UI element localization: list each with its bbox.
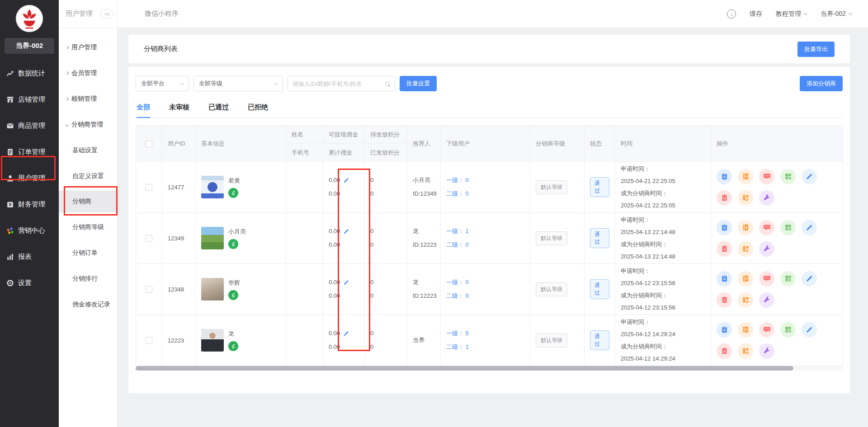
clipboard-action-icon[interactable] <box>717 169 732 184</box>
account-book-action-icon[interactable] <box>738 220 753 235</box>
level1-subordinates-link[interactable]: 一级： 1 <box>446 225 469 238</box>
platform-select[interactable]: 全部平台 <box>136 76 189 91</box>
secondary-nav: 用户管理会员管理核销管理分销商管理基础设置自定义设置分销商分销商等级分销订单分销… <box>59 28 117 317</box>
tab-未审核[interactable]: 未审核 <box>169 103 189 117</box>
wrench-action-icon[interactable] <box>759 241 774 257</box>
clipboard-action-icon[interactable] <box>717 322 732 338</box>
qrcode-action-icon[interactable] <box>780 220 796 235</box>
tab-已通过[interactable]: 已通过 <box>208 103 229 117</box>
edit-action-icon[interactable] <box>802 271 817 286</box>
subordinates-cell: 一级： 0二级： 0 <box>441 162 530 213</box>
wrench-action-icon[interactable] <box>759 292 774 308</box>
edit-commission-icon[interactable] <box>343 228 349 235</box>
row-checkbox[interactable] <box>146 337 152 344</box>
wrench-action-icon[interactable] <box>759 190 774 206</box>
submenu-item-基础设置[interactable]: 基础设置 <box>59 137 117 163</box>
transfer-action-icon[interactable] <box>738 241 753 257</box>
message-action-icon[interactable] <box>759 322 774 338</box>
grade-tag[interactable]: 默认等级 <box>536 231 567 245</box>
sidebar-collapse-button[interactable]: << <box>100 9 113 19</box>
sidebar-item-marketing[interactable]: 营销中心 <box>0 217 59 244</box>
status-tag[interactable]: 通过 <box>590 177 609 197</box>
row-checkbox[interactable] <box>146 235 152 242</box>
delete-action-icon[interactable] <box>717 292 732 308</box>
delete-action-icon[interactable] <box>717 343 732 359</box>
batch-export-button[interactable]: 批量导出 <box>797 42 835 57</box>
level-select[interactable]: 全部等级 <box>193 76 283 91</box>
grade-tag[interactable]: 默认等级 <box>536 333 567 347</box>
status-tag[interactable]: 通过 <box>590 228 609 248</box>
delete-action-icon[interactable] <box>717 241 732 257</box>
edit-commission-icon[interactable] <box>343 279 349 286</box>
qrcode-action-icon[interactable] <box>780 169 796 184</box>
submenu-item-分销商等级[interactable]: 分销商等级 <box>59 214 117 240</box>
account-book-action-icon[interactable] <box>738 169 753 184</box>
status-tag[interactable]: 通过 <box>590 279 609 299</box>
transfer-action-icon[interactable] <box>738 343 753 359</box>
grade-tag[interactable]: 默认等级 <box>536 282 567 296</box>
sidebar-item-shop[interactable]: 店铺管理 <box>0 86 59 113</box>
account-book-action-icon[interactable] <box>738 322 753 338</box>
edit-commission-icon[interactable] <box>343 177 349 183</box>
cache-button[interactable]: 缓存 <box>750 10 762 18</box>
sidebar-item-order[interactable]: 订单管理 <box>0 139 59 165</box>
submenu-item-label: 分销订单 <box>72 249 98 257</box>
submenu-item-核销管理[interactable]: 核销管理 <box>59 86 117 112</box>
submenu-item-分销订单[interactable]: 分销订单 <box>59 240 117 266</box>
clipboard-action-icon[interactable] <box>717 271 732 286</box>
qrcode-action-icon[interactable] <box>780 322 796 338</box>
tab-全部[interactable]: 全部 <box>137 103 150 117</box>
tab-已拒绝[interactable]: 已拒绝 <box>248 103 268 117</box>
submenu-item-会员管理[interactable]: 会员管理 <box>59 60 117 86</box>
submenu-item-分销商[interactable]: 分销商 <box>59 191 117 212</box>
submenu-item-佣金修改记录[interactable]: 佣金修改记录 <box>59 291 117 317</box>
search-icon[interactable] <box>385 82 389 86</box>
transfer-action-icon[interactable] <box>738 190 753 206</box>
submenu-item-自定义设置[interactable]: 自定义设置 <box>59 163 117 189</box>
level2-subordinates-link[interactable]: 二级： 0 <box>446 187 469 201</box>
sidebar-item-goods[interactable]: 商品管理 <box>0 113 59 139</box>
add-distributor-button[interactable]: 添加分销商 <box>800 76 843 91</box>
account-menu[interactable]: 当养-002 <box>821 10 852 18</box>
select-all-checkbox[interactable] <box>146 141 152 147</box>
channel-tab-wechat-miniprogram[interactable]: 微信小程序 <box>145 9 179 18</box>
sidebar-item-report[interactable]: 报表 <box>0 244 59 270</box>
transfer-action-icon[interactable] <box>738 292 753 308</box>
download-icon[interactable]: ↓ <box>727 9 736 19</box>
sidebar-item-finance[interactable]: 财务管理 <box>0 191 59 217</box>
row-checkbox[interactable] <box>146 184 152 191</box>
edit-action-icon[interactable] <box>802 322 817 338</box>
account-book-action-icon[interactable] <box>738 271 753 286</box>
status-tag[interactable]: 通过 <box>590 330 609 350</box>
edit-action-icon[interactable] <box>802 169 817 184</box>
edit-commission-icon[interactable] <box>343 330 349 337</box>
edit-action-icon[interactable] <box>802 220 817 235</box>
level1-subordinates-link[interactable]: 一级： 5 <box>446 327 469 340</box>
store-switcher[interactable]: 当养-002 <box>5 38 54 54</box>
batch-settings-button[interactable]: 批量设置 <box>400 76 437 91</box>
level1-subordinates-link[interactable]: 一级： 0 <box>446 276 469 289</box>
search-input[interactable] <box>292 80 382 87</box>
level2-subordinates-link[interactable]: 二级： 0 <box>446 289 469 303</box>
level1-subordinates-link[interactable]: 一级： 0 <box>446 174 469 187</box>
message-action-icon[interactable] <box>759 169 774 184</box>
message-action-icon[interactable] <box>759 220 774 235</box>
clipboard-action-icon[interactable] <box>717 220 732 235</box>
row-checkbox[interactable] <box>146 286 152 293</box>
horizontal-scrollbar <box>136 366 843 371</box>
wrench-action-icon[interactable] <box>759 343 774 359</box>
message-action-icon[interactable] <box>759 271 774 286</box>
submenu-item-分销商管理[interactable]: 分销商管理 <box>59 112 117 137</box>
delete-action-icon[interactable] <box>717 190 732 206</box>
qrcode-action-icon[interactable] <box>780 271 796 286</box>
level2-subordinates-link[interactable]: 二级： 0 <box>446 238 469 252</box>
submenu-item-分销排行[interactable]: 分销排行 <box>59 266 117 291</box>
tutorial-menu[interactable]: 教程管理 <box>776 10 807 18</box>
scrollbar-thumb[interactable] <box>136 366 793 371</box>
submenu-item-用户管理[interactable]: 用户管理 <box>59 34 117 60</box>
sidebar-item-chart[interactable]: 数据统计 <box>0 60 59 86</box>
sidebar-item-user[interactable]: 用户管理 <box>0 165 59 191</box>
level2-subordinates-link[interactable]: 二级： 1 <box>446 340 469 354</box>
grade-tag[interactable]: 默认等级 <box>536 180 567 194</box>
sidebar-item-settings[interactable]: 设置 <box>0 270 59 296</box>
